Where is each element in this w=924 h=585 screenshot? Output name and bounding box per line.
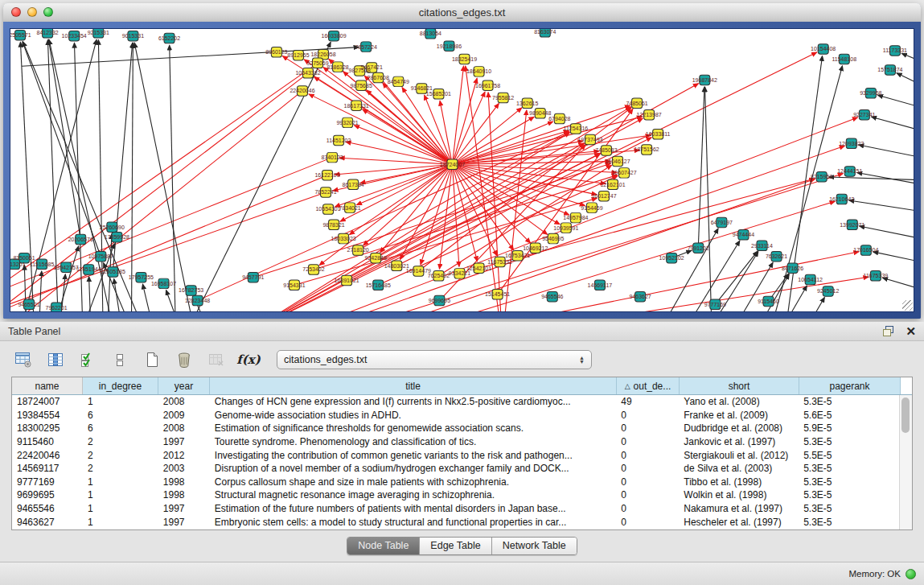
table-row[interactable]: 977716911998Corpus callosum shape and si…	[12, 476, 900, 489]
cell: 5.3E-5	[799, 489, 900, 501]
cell: 0	[616, 410, 679, 421]
graph-edge	[860, 226, 914, 238]
graph-node-label: 9334221	[449, 270, 470, 276]
column-header-year[interactable]: year	[158, 377, 210, 394]
graph-node-label: 9115460	[758, 299, 779, 304]
graph-node-label: 11254316	[564, 126, 589, 132]
row-toggle-icon[interactable]	[109, 349, 130, 370]
network-canvas[interactable]: 1872400789601238912955182260589275059105…	[10, 29, 914, 311]
selected-table-name: citations_edges.txt	[284, 354, 579, 365]
graph-node-label: 13992071	[840, 222, 864, 228]
graph-edge	[363, 109, 453, 164]
cell: 2	[83, 436, 158, 447]
status-bar: Memory: OK	[0, 562, 924, 585]
cell: 5.3E-5	[799, 396, 900, 407]
graph-node-label: 8740123	[321, 154, 343, 160]
cell: Structural magnetic resonance image aver…	[210, 489, 617, 501]
cell: 5.3E-5	[799, 463, 900, 474]
cell: Estimation of significance thresholds fo…	[210, 422, 617, 434]
cell: 5.3E-5	[799, 517, 900, 528]
table-row[interactable]: 969969511998Structural magnetic resonanc…	[12, 488, 900, 502]
graph-node-label: 2867608	[368, 75, 389, 80]
graph-node-label: 18226058	[310, 51, 335, 57]
close-panel-icon[interactable]: ✕	[906, 325, 916, 337]
window-title: citations_edges.txt	[419, 6, 506, 19]
tab-network-table[interactable]: Network Table	[492, 538, 577, 554]
graph-node-label: 8912955	[287, 52, 309, 58]
scrollbar-thumb[interactable]	[901, 398, 910, 433]
graph-node-label: 19687842	[692, 77, 717, 83]
graph-node-label: 8471626	[782, 266, 803, 271]
table-row[interactable]: 2242004622012Investigating the contribut…	[12, 448, 900, 462]
graph-node-label: 11451944	[76, 267, 101, 273]
cell: 0	[616, 517, 679, 528]
cell: 2008	[158, 422, 210, 434]
graph-edge	[705, 87, 713, 311]
table-row[interactable]: 1938455462009Genome-wide association stu…	[12, 409, 900, 422]
resize-grip[interactable]	[902, 300, 913, 311]
graph-node-label: 10975887	[88, 253, 113, 259]
zoom-window-button[interactable]	[43, 7, 53, 17]
graph-edge	[872, 117, 914, 130]
select-columns-icon[interactable]	[77, 349, 98, 370]
table-row[interactable]: 1872400712008Changes of HCN gene express…	[12, 395, 900, 409]
table-mode-icon[interactable]	[13, 349, 34, 370]
cell: Dudbridge et al. (2008)	[679, 422, 799, 434]
new-column-icon[interactable]	[142, 349, 162, 370]
column-header-title[interactable]: title	[210, 377, 617, 394]
column-header-short[interactable]: short	[680, 377, 799, 394]
column-header-in_degree[interactable]: in_degree	[83, 377, 158, 394]
cell: 0	[616, 436, 679, 447]
table-row[interactable]: 911546021997Tourette syndrome. Phenomeno…	[12, 435, 900, 449]
graph-edge	[901, 53, 914, 60]
graph-node-label: 9245012	[817, 289, 839, 295]
graph-edge	[354, 126, 452, 165]
memory-status-icon	[906, 569, 916, 579]
graph-node-label: 18033023	[331, 236, 356, 241]
graph-node-label: 7857224	[355, 44, 377, 50]
column-header-name[interactable]: name	[12, 377, 83, 394]
vertical-scrollbar[interactable]	[899, 395, 912, 529]
column-header-out_de[interactable]: △out_de...	[617, 377, 680, 394]
graph-node-label: 15716485	[366, 282, 391, 288]
graph-edge	[48, 39, 80, 239]
graph-edge	[715, 251, 758, 304]
cell: 9777169	[12, 476, 83, 488]
graph-node-label: 11675339	[864, 273, 889, 278]
cell: Nakamura et al. (1997)	[679, 503, 799, 514]
table-row[interactable]: 946362711997Embryonic stem cells: a mode…	[12, 515, 900, 529]
graph-node-label: 16891021	[335, 278, 359, 283]
minimize-window-button[interactable]	[27, 7, 37, 17]
graph-node-label: 8454749	[388, 79, 409, 84]
graph-node-label: 9154469	[581, 205, 602, 211]
graph-edge	[878, 95, 914, 106]
tab-node-table[interactable]: Node Table	[347, 538, 420, 554]
cell: Investigating the contribution of common…	[210, 450, 617, 461]
float-panel-icon[interactable]	[883, 326, 894, 336]
table-row[interactable]: 946554611997Estimation of the future num…	[12, 502, 900, 516]
cell: 2	[83, 463, 158, 474]
graph-node-label: 15145451	[485, 291, 510, 297]
tab-edge-table[interactable]: Edge Table	[420, 538, 491, 554]
graph-node-label: 7834021	[339, 205, 360, 211]
graph-node-label: 9242848	[365, 255, 387, 261]
column-header-pagerank[interactable]: pagerank	[799, 377, 901, 394]
graph-edge	[23, 42, 101, 257]
function-builder-icon[interactable]: f(x)	[238, 349, 259, 370]
cell: 0	[616, 450, 679, 461]
cell: 1998	[158, 489, 210, 501]
delete-column-icon[interactable]	[174, 349, 195, 370]
graph-node-label: 11515685	[30, 262, 55, 267]
table-selector-dropdown[interactable]: citations_edges.txt ▲▼	[277, 350, 592, 369]
show-columns-icon[interactable]	[45, 349, 66, 370]
table-row[interactable]: 1456911722003Disruption of a novel membe…	[12, 462, 900, 476]
network-frame: 1872400789601238912955182260589275059105…	[3, 22, 921, 319]
graph-edge	[882, 278, 914, 288]
close-window-button[interactable]	[11, 7, 21, 17]
network-window-titlebar[interactable]: citations_edges.txt	[3, 3, 921, 23]
graph-node-label: 9465521	[18, 302, 39, 307]
table-tabs-row: Node TableEdge TableNetwork Table	[0, 535, 924, 556]
table-row[interactable]: 1830029562008Estimation of significance …	[12, 422, 900, 435]
cell: Hescheler et al. (1997)	[679, 517, 799, 528]
cell: Jankovic et al. (1997)	[679, 436, 799, 447]
